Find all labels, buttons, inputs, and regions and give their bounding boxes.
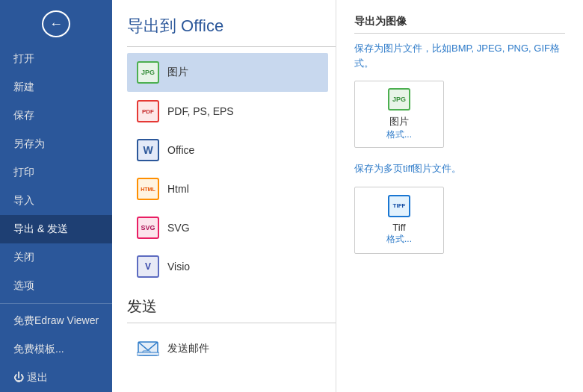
sidebar-item-save-as[interactable]: 另存为 [0, 130, 112, 158]
sidebar-item-options[interactable]: 选项 [0, 272, 112, 300]
sidebar-bottom: 免费Edraw Viewer 免费模板... ⏻退出 [0, 300, 112, 392]
menu-item-svg[interactable]: SVG SVG [127, 208, 328, 247]
main-area: 导出到 Office JPG 图片 PDF PDF, PS, EPS W Off… [112, 0, 583, 392]
card-tiff-icon: TIFF [388, 195, 410, 217]
card-jpg-icon: JPG [388, 88, 410, 111]
exit-icon: ⏻ [13, 371, 24, 383]
menu-label-svg: SVG [167, 222, 190, 234]
menu-label-image: 图片 [167, 66, 188, 79]
menu-item-office[interactable]: W Office [127, 131, 328, 169]
sidebar-item-close[interactable]: 关闭 [0, 243, 112, 272]
format-card-tiff[interactable]: TIFF Tiff 格式... [354, 187, 444, 254]
right-title-1: 导出为图像 [354, 15, 565, 28]
menu-label-html: Html [167, 183, 189, 195]
right-desc-1: 保存为图片文件，比如BMP, JPEG, PNG, GIF格式。 [354, 41, 565, 70]
sidebar-item-import[interactable]: 导入 [0, 187, 112, 215]
back-button[interactable]: ← [42, 10, 70, 37]
sidebar-item-save[interactable]: 保存 [0, 102, 112, 130]
menu-label-send-email: 发送邮件 [167, 342, 209, 355]
jpg-icon: JPG [136, 60, 160, 84]
email-icon [136, 337, 160, 361]
sidebar-item-open[interactable]: 打开 [0, 45, 112, 73]
menu-label-visio: Visio [167, 261, 190, 273]
svg-icon: SVG [136, 216, 160, 240]
menu-item-html[interactable]: HTML Html [127, 169, 328, 208]
menu-item-send-email[interactable]: 发送邮件 [127, 329, 328, 368]
right-panel: 导出为图像 保存为图片文件，比如BMP, JPEG, PNG, GIF格式。 J… [336, 0, 583, 392]
sidebar-item-exit[interactable]: ⏻退出 [0, 364, 112, 392]
left-panel: 导出到 Office JPG 图片 PDF PDF, PS, EPS W Off… [112, 0, 336, 392]
menu-label-pdf: PDF, PS, EPS [167, 105, 234, 117]
card-tiff-sublabel: 格式... [386, 233, 412, 246]
sidebar: ← 打开 新建 保存 另存为 打印 导入 导出 & 发送 关闭 选项 免费Edr… [0, 0, 112, 392]
menu-item-image[interactable]: JPG 图片 [127, 53, 328, 92]
back-icon: ← [49, 16, 63, 32]
right-desc-2: 保存为多页tiff图片文件。 [354, 161, 565, 176]
section-divider-1 [127, 46, 336, 47]
card-jpg-label: 图片 [389, 115, 409, 128]
right-divider-1 [354, 33, 565, 34]
menu-item-visio[interactable]: V Visio [127, 247, 328, 286]
sidebar-item-print[interactable]: 打印 [0, 158, 112, 187]
html-icon: HTML [136, 177, 160, 201]
section-divider-2 [127, 323, 336, 323]
office-icon: W [136, 138, 160, 162]
send-section-title: 发送 [127, 296, 336, 317]
svg-rect-2 [137, 352, 159, 355]
format-card-jpg[interactable]: JPG 图片 格式... [354, 81, 444, 148]
sidebar-item-viewer[interactable]: 免费Edraw Viewer [0, 307, 112, 335]
card-tiff-label: Tiff [392, 222, 405, 233]
pdf-icon: PDF [136, 99, 160, 123]
card-jpg-sublabel: 格式... [386, 128, 412, 141]
sidebar-item-export-send[interactable]: 导出 & 发送 [0, 215, 112, 243]
menu-item-pdf[interactable]: PDF PDF, PS, EPS [127, 92, 328, 131]
visio-icon: V [136, 255, 160, 279]
menu-label-office: Office [167, 144, 194, 156]
sidebar-divider [0, 303, 112, 304]
export-section-title: 导出到 Office [127, 15, 336, 37]
sidebar-item-templates[interactable]: 免费模板... [0, 335, 112, 364]
sidebar-item-new[interactable]: 新建 [0, 73, 112, 102]
